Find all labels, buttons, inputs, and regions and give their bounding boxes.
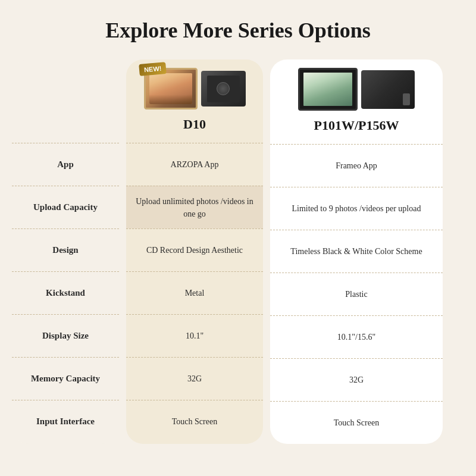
label-design: Design [12,228,119,271]
d10-photo [149,73,192,104]
p101w-input: Touch Screen [270,401,443,444]
d10-design: CD Record Design Aesthetic [126,228,263,271]
d10-display: 10.1" [126,314,263,357]
d10-circle [217,82,230,95]
d10-images: NEW! [144,68,246,109]
d10-back-inner [207,76,240,102]
p101w-kickstand: Plastic [270,273,443,315]
d10-upload: Upload unlimited photos /videos in one g… [126,186,263,228]
label-memory: Memory Capacity [12,357,119,400]
comparison-grid: App Upload Capacity Design Kickstand Dis… [12,60,464,444]
p101w-name: P101W/P156W [314,115,399,139]
p101w-app: Frameo App [270,144,443,187]
labels-header [12,60,119,143]
p101w-images [298,68,415,111]
label-kickstand: Kickstand [12,271,119,314]
p101w-design: Timeless Black & White Color Scheme [270,230,443,273]
label-app: App [12,143,119,186]
p101w-memory: 32G [270,358,443,401]
d10-photo-content [149,73,192,104]
p101w-column: P101W/P156W Frameo App Limited to 9 phot… [270,60,443,444]
p101w-photo-content [303,73,352,106]
d10-input: Touch Screen [126,400,263,443]
label-upload: Upload Capacity [12,186,119,228]
new-badge: NEW! [139,62,167,76]
page-title: Explore More Series Options [105,18,371,43]
d10-header: NEW! D10 [126,60,263,143]
d10-app: ARZOPA App [126,143,263,186]
p101w-photo [303,73,352,106]
d10-kickstand: Metal [126,271,263,314]
p101w-upload: Limited to 9 photos /videos per upload [270,187,443,230]
labels-column: App Upload Capacity Design Kickstand Dis… [12,60,119,444]
d10-back-device [201,71,246,107]
d10-memory: 32G [126,357,263,400]
p101w-frame-photo [298,68,358,111]
p101w-back-device [361,70,415,109]
label-input: Input Interface [12,400,119,443]
d10-name: D10 [183,114,206,138]
d10-column: NEW! D10 ARZOPA App Upload unlimited pho… [126,60,263,444]
p101w-header: P101W/P156W [270,60,443,144]
label-display: Display Size [12,314,119,357]
p101w-display: 10.1"/15.6" [270,315,443,358]
